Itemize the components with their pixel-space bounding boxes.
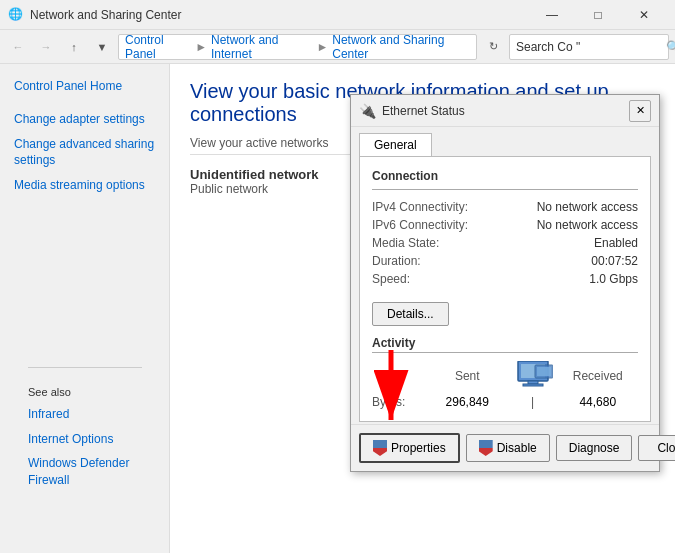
sidebar-infrared[interactable]: Infrared: [14, 402, 156, 427]
dialog-close-footer-button[interactable]: Close: [638, 435, 675, 461]
address-bar: ← → ↑ ▼ Control Panel ► Network and Inte…: [0, 30, 675, 64]
activity-section: Activity Sent: [372, 336, 638, 409]
search-input[interactable]: [516, 40, 666, 54]
ipv4-value: No network access: [537, 200, 638, 214]
bytes-row: Bytes: 296,849 | 44,680: [372, 395, 638, 409]
dialog-tabs: General: [351, 127, 659, 156]
diagnose-button[interactable]: Diagnose: [556, 435, 633, 461]
duration-value: 00:07:52: [591, 254, 638, 268]
sent-label: Sent: [427, 369, 508, 383]
breadcrumb-control-panel[interactable]: Control Panel: [125, 33, 191, 61]
connection-divider: [372, 189, 638, 190]
shield-icon-disable: [479, 440, 493, 456]
received-bytes: 44,680: [558, 395, 639, 409]
disable-button[interactable]: Disable: [466, 434, 550, 462]
dialog-tab-general[interactable]: General: [359, 133, 432, 156]
dialog-close-button[interactable]: ✕: [629, 100, 651, 122]
sidebar-divider: [28, 367, 142, 368]
duration-row: Duration: 00:07:52: [372, 254, 638, 268]
close-button[interactable]: ✕: [621, 0, 667, 30]
recent-locations-button[interactable]: ▼: [90, 35, 114, 59]
maximize-button[interactable]: □: [575, 0, 621, 30]
breadcrumb-network-internet[interactable]: Network and Internet: [211, 33, 312, 61]
received-label: Received: [558, 369, 639, 383]
ipv4-label: IPv4 Connectivity:: [372, 200, 468, 214]
see-also-label: See also: [14, 374, 156, 402]
sidebar-windows-defender[interactable]: Windows Defender Firewall: [14, 451, 156, 493]
sidebar-control-panel-home[interactable]: Control Panel Home: [0, 74, 169, 99]
ethernet-status-dialog: 🔌 Ethernet Status ✕ General Connection I…: [350, 94, 660, 472]
main-layout: Control Panel Home Change adapter settin…: [0, 64, 675, 553]
window-icon: 🌐: [8, 7, 24, 23]
dialog-title-bar: 🔌 Ethernet Status ✕: [351, 95, 659, 127]
activity-header: Activity: [372, 336, 638, 350]
media-state-value: Enabled: [594, 236, 638, 250]
sidebar-internet-options[interactable]: Internet Options: [14, 427, 156, 452]
sidebar-change-adapter[interactable]: Change adapter settings: [0, 107, 169, 132]
ipv6-value: No network access: [537, 218, 638, 232]
properties-button[interactable]: Properties: [359, 433, 460, 463]
ipv4-row: IPv4 Connectivity: No network access: [372, 200, 638, 214]
svg-rect-5: [523, 384, 543, 386]
svg-rect-7: [537, 367, 551, 376]
ipv6-row: IPv6 Connectivity: No network access: [372, 218, 638, 232]
dialog-footer: Properties Disable Diagnose Close: [351, 424, 659, 471]
content-area: View your basic network information and …: [170, 64, 675, 553]
connection-section-header: Connection: [372, 169, 638, 183]
bytes-label: Bytes:: [372, 395, 427, 409]
sidebar-change-advanced-sharing[interactable]: Change advanced sharing settings: [0, 132, 169, 174]
refresh-button[interactable]: ↻: [481, 35, 505, 59]
dialog-overlay: 🔌 Ethernet Status ✕ General Connection I…: [170, 64, 675, 553]
computer-svg: [513, 361, 553, 391]
search-bar: 🔍: [509, 34, 669, 60]
media-state-row: Media State: Enabled: [372, 236, 638, 250]
pipe-separator: |: [508, 395, 558, 409]
sidebar-media-streaming[interactable]: Media streaming options: [0, 173, 169, 198]
duration-label: Duration:: [372, 254, 421, 268]
breadcrumb-bar: Control Panel ► Network and Internet ► N…: [118, 34, 477, 60]
dialog-content: Connection IPv4 Connectivity: No network…: [359, 156, 651, 422]
title-bar: 🌐 Network and Sharing Center — □ ✕: [0, 0, 675, 30]
breadcrumb-network-sharing[interactable]: Network and Sharing Center: [332, 33, 470, 61]
network-computer-icon: [508, 361, 558, 391]
dialog-icon: 🔌: [359, 103, 376, 119]
speed-value: 1.0 Gbps: [589, 272, 638, 286]
sent-bytes: 296,849: [427, 395, 508, 409]
window-title: Network and Sharing Center: [30, 8, 529, 22]
speed-row: Speed: 1.0 Gbps: [372, 272, 638, 286]
up-button[interactable]: ↑: [62, 35, 86, 59]
sidebar: Control Panel Home Change adapter settin…: [0, 64, 170, 553]
details-button[interactable]: Details...: [372, 302, 449, 326]
ipv6-label: IPv6 Connectivity:: [372, 218, 468, 232]
back-button[interactable]: ←: [6, 35, 30, 59]
forward-button[interactable]: →: [34, 35, 58, 59]
activity-divider: [372, 352, 638, 353]
media-state-label: Media State:: [372, 236, 439, 250]
window-controls: — □ ✕: [529, 0, 667, 30]
speed-label: Speed:: [372, 272, 410, 286]
minimize-button[interactable]: —: [529, 0, 575, 30]
dialog-title: Ethernet Status: [382, 104, 629, 118]
shield-icon: [373, 440, 387, 456]
search-icon: 🔍: [666, 40, 675, 54]
